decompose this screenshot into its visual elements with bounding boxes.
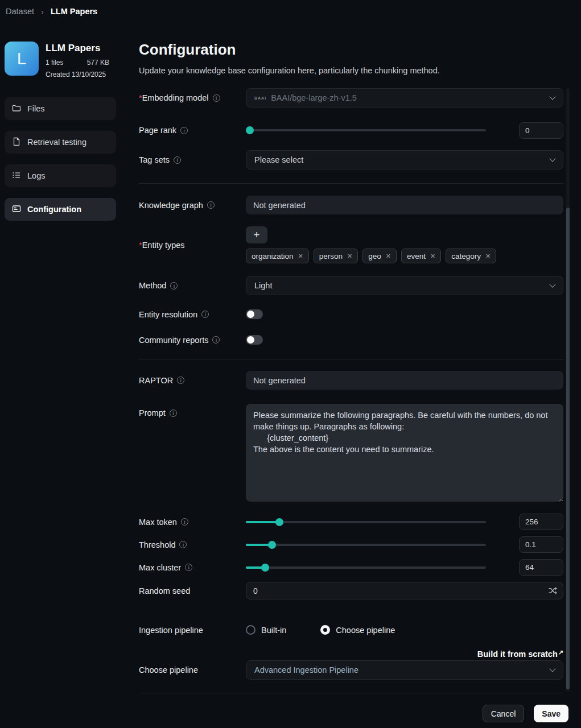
info-icon[interactable]: i xyxy=(201,311,209,318)
close-icon[interactable]: ✕ xyxy=(386,253,391,260)
sidebar-item-files[interactable]: Files xyxy=(5,97,116,120)
knowledge-graph-label: Knowledge graph i xyxy=(139,201,246,210)
info-icon[interactable]: i xyxy=(212,336,220,344)
slider-handle[interactable] xyxy=(268,541,276,549)
entity-type-chip: category✕ xyxy=(446,249,496,263)
page-subtitle: Update your knowledge base configuration… xyxy=(139,66,563,75)
build-from-scratch-link[interactable]: Build it from scratch↗ xyxy=(477,650,563,659)
radio-built-in[interactable]: Built-in xyxy=(246,625,286,635)
slider-handle[interactable] xyxy=(261,564,269,572)
footer-actions: Cancel Save xyxy=(483,705,568,722)
save-button[interactable]: Save xyxy=(534,705,568,722)
slider-handle[interactable] xyxy=(275,518,283,526)
choose-pipeline-select[interactable]: Advanced Ingestion Pipeline xyxy=(246,660,563,680)
threshold-slider[interactable] xyxy=(246,540,486,549)
knowledge-graph-status: Not generated xyxy=(246,196,563,214)
cancel-button[interactable]: Cancel xyxy=(483,705,525,722)
knowledge-graph-row: Knowledge graph i Not generated xyxy=(139,196,563,214)
random-seed-label: Random seed xyxy=(139,586,246,595)
community-reports-toggle[interactable] xyxy=(246,335,263,345)
community-reports-row: Community reports i xyxy=(139,335,563,345)
radio-label: Choose pipeline xyxy=(336,626,395,635)
page-rank-input[interactable] xyxy=(519,122,563,139)
radio-icon xyxy=(320,625,330,635)
sidebar-item-retrieval-testing[interactable]: Retrieval testing xyxy=(5,131,116,154)
method-select[interactable]: Light xyxy=(246,276,563,295)
slider-track xyxy=(246,544,486,546)
info-icon[interactable]: i xyxy=(174,156,181,164)
sidebar-item-label: Logs xyxy=(27,171,45,180)
radio-label: Built-in xyxy=(261,626,286,635)
tag-sets-select[interactable]: Please select xyxy=(246,150,563,169)
raptor-status: Not generated xyxy=(246,371,563,390)
info-icon[interactable]: i xyxy=(181,518,188,526)
toggle-knob xyxy=(247,336,254,344)
threshold-input[interactable] xyxy=(519,536,563,553)
threshold-label: Threshold i xyxy=(139,540,246,549)
chevron-down-icon xyxy=(549,155,555,162)
chevron-right-icon: › xyxy=(41,7,44,16)
breadcrumb-dataset-link[interactable]: Dataset xyxy=(6,7,34,16)
dataset-avatar: L xyxy=(5,42,39,76)
info-icon[interactable]: i xyxy=(170,282,178,289)
info-icon[interactable]: i xyxy=(179,541,187,548)
page-rank-slider[interactable] xyxy=(246,126,486,135)
configuration-panel: Configuration Update your knowledge base… xyxy=(139,36,563,693)
page-rank-label: Page rank i xyxy=(139,126,246,135)
entity-resolution-toggle[interactable] xyxy=(246,309,263,319)
page-rank-row: Page rank i xyxy=(139,122,563,139)
info-icon[interactable]: i xyxy=(207,201,215,209)
dataset-meta: LLM Papers 1 files 577 KB Created 13/10/… xyxy=(46,42,116,78)
tag-sets-label: Tag sets i xyxy=(139,155,246,164)
baai-logo-icon: BAAI xyxy=(254,96,266,100)
build-from-scratch-row: Build it from scratch↗ xyxy=(139,650,563,659)
max-token-input[interactable] xyxy=(519,514,563,530)
info-icon[interactable]: i xyxy=(185,564,192,571)
tag-sets-placeholder: Please select xyxy=(254,155,303,164)
close-icon[interactable]: ✕ xyxy=(430,253,435,260)
chevron-down-icon xyxy=(549,665,555,672)
card-icon xyxy=(12,204,21,215)
dataset-stats: 1 files 577 KB xyxy=(46,59,109,67)
tag-sets-row: Tag sets i Please select xyxy=(139,150,563,169)
entity-type-chip: geo✕ xyxy=(362,249,397,263)
sidebar-item-label: Files xyxy=(27,104,45,113)
list-icon xyxy=(12,171,21,181)
entity-resolution-row: Entity resolution i xyxy=(139,309,563,319)
folder-icon xyxy=(12,104,21,114)
scrollbar-thumb[interactable] xyxy=(566,208,570,689)
embedding-model-select[interactable]: BAAIBAAI/bge-large-zh-v1.5 xyxy=(246,88,563,107)
info-icon[interactable]: i xyxy=(180,127,188,134)
max-token-label: Max token i xyxy=(139,518,246,527)
close-icon[interactable]: ✕ xyxy=(298,253,303,260)
sidebar-item-logs[interactable]: Logs xyxy=(5,164,116,187)
file-icon xyxy=(12,137,21,148)
choose-pipeline-label: Choose pipeline xyxy=(139,665,246,675)
radio-choose-pipeline[interactable]: Choose pipeline xyxy=(320,625,395,635)
dataset-header: L LLM Papers 1 files 577 KB Created 13/1… xyxy=(5,42,116,78)
max-cluster-slider[interactable] xyxy=(246,563,486,572)
max-cluster-input[interactable] xyxy=(519,559,563,576)
info-icon[interactable]: i xyxy=(170,410,177,417)
prompt-textarea[interactable]: Please summarize the following paragraph… xyxy=(246,404,563,502)
shuffle-icon[interactable] xyxy=(549,586,557,595)
random-seed-input[interactable] xyxy=(246,582,563,599)
sidebar: L LLM Papers 1 files 577 KB Created 13/1… xyxy=(5,42,116,221)
scrollbar-track[interactable] xyxy=(566,88,570,692)
breadcrumb-current: LLM Papers xyxy=(51,7,97,16)
dataset-files-count: 1 files xyxy=(46,59,63,67)
ingestion-pipeline-label: Ingestion pipeline xyxy=(139,626,246,635)
info-icon[interactable]: i xyxy=(177,377,184,384)
sidebar-item-configuration[interactable]: Configuration xyxy=(5,198,116,221)
slider-handle[interactable] xyxy=(246,126,254,134)
entity-type-chip: event✕ xyxy=(401,249,441,263)
info-icon[interactable]: i xyxy=(213,94,220,102)
community-reports-label: Community reports i xyxy=(139,336,246,345)
add-entity-type-button[interactable]: + xyxy=(246,226,267,243)
close-icon[interactable]: ✕ xyxy=(347,253,352,260)
max-token-slider[interactable] xyxy=(246,518,486,527)
sidebar-menu: Files Retrieval testing Logs Configurati… xyxy=(5,97,116,221)
section-divider xyxy=(139,183,563,184)
close-icon[interactable]: ✕ xyxy=(485,253,491,260)
breadcrumb: Dataset › LLM Papers xyxy=(6,7,97,16)
